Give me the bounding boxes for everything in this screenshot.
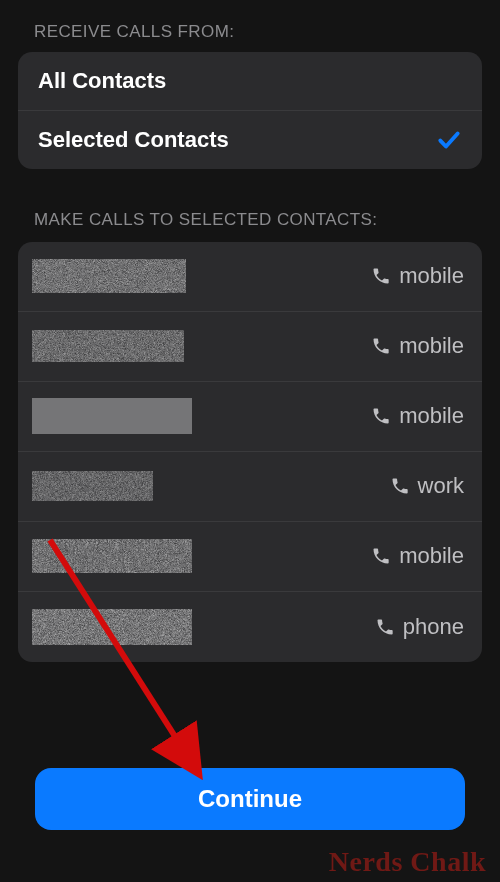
contact-type-label: mobile [399,403,464,429]
watermark-text: Nerds Chalk [329,846,486,878]
screen: RECEIVE CALLS FROM: All Contacts Selecte… [0,0,500,882]
contact-type-label: phone [403,614,464,640]
contacts-list: mobile mobile mobile [18,242,482,662]
option-label: Selected Contacts [38,127,229,153]
svg-point-2 [32,401,192,431]
contact-name-redacted [32,257,192,295]
svg-point-1 [34,333,170,359]
svg-point-5 [32,612,192,642]
contact-type: mobile [371,403,464,429]
svg-point-4 [32,542,182,570]
contact-name-redacted [32,467,192,505]
phone-icon [375,617,395,637]
make-calls-header: MAKE CALLS TO SELECTED CONTACTS: [0,209,500,242]
continue-bar: Continue Nerds Chalk [0,732,500,882]
svg-point-0 [32,262,172,290]
contact-row[interactable]: mobile [18,312,482,382]
receive-options-card: All Contacts Selected Contacts [18,52,482,169]
contact-type-label: work [418,473,464,499]
option-selected-contacts[interactable]: Selected Contacts [18,111,482,169]
contact-row[interactable]: mobile [18,382,482,452]
contact-type-label: mobile [399,543,464,569]
contact-type-label: mobile [399,263,464,289]
phone-icon [371,406,391,426]
contact-type-label: mobile [399,333,464,359]
contact-type: mobile [371,333,464,359]
svg-point-3 [32,474,142,498]
contact-row[interactable]: mobile [18,522,482,592]
option-label: All Contacts [38,68,166,94]
checkmark-icon [436,127,462,153]
contact-name-redacted [32,327,192,365]
option-all-contacts[interactable]: All Contacts [18,52,482,111]
contact-type: mobile [371,543,464,569]
contact-row[interactable]: work [18,452,482,522]
continue-button[interactable]: Continue [35,768,465,830]
contact-row[interactable]: phone [18,592,482,662]
phone-icon [371,546,391,566]
contact-type: phone [375,614,464,640]
contact-name-redacted [32,397,192,435]
contact-type: mobile [371,263,464,289]
phone-icon [371,266,391,286]
phone-icon [390,476,410,496]
contact-type: work [390,473,464,499]
contact-row[interactable]: mobile [18,242,482,312]
phone-icon [371,336,391,356]
contact-name-redacted [32,608,192,646]
contact-name-redacted [32,537,192,575]
receive-calls-header: RECEIVE CALLS FROM: [0,22,500,52]
